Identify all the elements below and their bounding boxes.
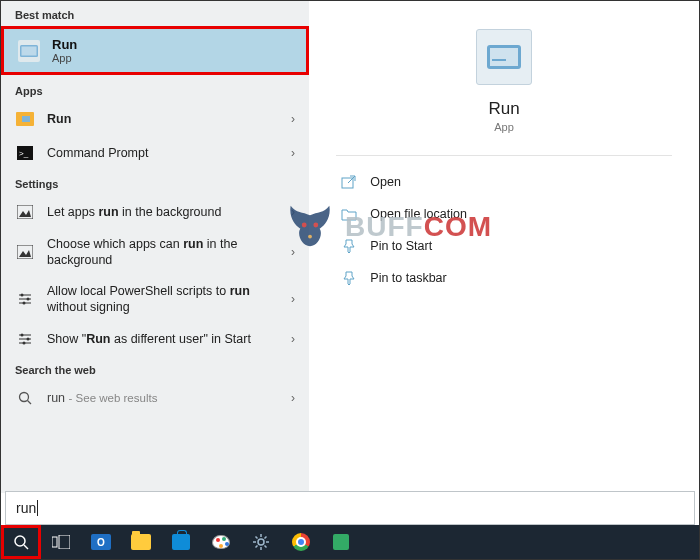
chevron-right-icon: › <box>291 146 295 160</box>
svg-marker-7 <box>19 210 31 217</box>
action-open-file-location[interactable]: Open file location <box>336 198 671 230</box>
action-open[interactable]: Open <box>336 166 671 198</box>
apps-item-run[interactable]: Run › <box>1 102 309 136</box>
svg-point-19 <box>21 334 24 337</box>
taskbar-paint[interactable] <box>201 525 241 559</box>
chevron-right-icon: › <box>291 245 295 259</box>
svg-point-15 <box>23 301 26 304</box>
pin-icon <box>340 237 358 255</box>
svg-point-31 <box>15 536 25 546</box>
taskbar-task-view[interactable] <box>41 525 81 559</box>
svg-rect-25 <box>490 48 518 66</box>
section-header-best-match: Best match <box>1 1 309 26</box>
paint-icon <box>212 535 230 549</box>
taskbar-store[interactable] <box>161 525 201 559</box>
action-label: Open file location <box>370 207 467 221</box>
best-match-item[interactable]: Run App <box>1 26 309 75</box>
settings-item-label: Show "Run as different user" in Start <box>47 331 279 347</box>
apps-item-command-prompt[interactable]: >_ Command Prompt › <box>1 136 309 170</box>
search-icon <box>13 534 29 550</box>
settings-item-run-as-user[interactable]: Show "Run as different user" in Start › <box>1 322 309 356</box>
store-icon <box>172 534 190 550</box>
section-header-web: Search the web <box>1 356 309 381</box>
divider <box>336 155 671 156</box>
taskbar: O <box>1 525 699 559</box>
taskbar-settings[interactable] <box>241 525 281 559</box>
action-list: Open Open file location Pin to Start Pin… <box>336 166 671 294</box>
sliders-icon <box>15 329 35 349</box>
settings-item-label: Choose which apps can run in the backgro… <box>47 236 279 269</box>
web-search-item[interactable]: run - See web results › <box>1 381 309 415</box>
chevron-right-icon: › <box>291 391 295 405</box>
chevron-right-icon: › <box>291 332 295 346</box>
svg-rect-36 <box>333 534 349 550</box>
settings-item-powershell[interactable]: Allow local PowerShell scripts to run wi… <box>1 276 309 323</box>
taskbar-outlook[interactable]: O <box>81 525 121 559</box>
svg-point-20 <box>27 338 30 341</box>
svg-line-23 <box>28 401 32 405</box>
section-header-apps: Apps <box>1 77 309 102</box>
section-header-settings: Settings <box>1 170 309 195</box>
svg-point-14 <box>27 297 30 300</box>
apps-item-label: Run <box>47 111 279 127</box>
outlook-icon: O <box>91 534 111 550</box>
svg-rect-34 <box>59 535 70 549</box>
run-folder-icon <box>15 109 35 129</box>
action-label: Pin to taskbar <box>370 271 446 285</box>
cmd-icon: >_ <box>15 143 35 163</box>
svg-rect-3 <box>22 116 30 122</box>
svg-text:>_: >_ <box>19 149 29 158</box>
results-column: Best match Run App Apps Run › >_ Command… <box>1 1 309 493</box>
action-pin-to-taskbar[interactable]: Pin to taskbar <box>336 262 671 294</box>
svg-rect-33 <box>52 537 57 547</box>
picture-icon <box>15 202 35 222</box>
picture-icon <box>15 242 35 262</box>
settings-item-choose-apps[interactable]: Choose which apps can run in the backgro… <box>1 229 309 276</box>
svg-point-22 <box>20 393 29 402</box>
taskbar-chrome[interactable] <box>281 525 321 559</box>
best-match-subtitle: App <box>52 52 77 64</box>
chevron-right-icon: › <box>291 112 295 126</box>
web-item-label: run - See web results <box>47 390 279 406</box>
svg-point-13 <box>21 293 24 296</box>
preview-column: Run App Open Open file location Pin to S… <box>309 1 699 493</box>
gear-icon <box>252 533 270 551</box>
sliders-icon <box>15 289 35 309</box>
best-match-text: Run App <box>52 37 77 64</box>
taskbar-file-explorer[interactable] <box>121 525 161 559</box>
folder-open-icon <box>340 205 358 223</box>
settings-item-label: Let apps run in the background <box>47 204 279 220</box>
best-match-title: Run <box>52 37 77 52</box>
folder-icon <box>131 534 151 550</box>
taskbar-search-button[interactable] <box>1 525 41 559</box>
apps-item-label: Command Prompt <box>47 145 279 161</box>
pin-icon <box>340 269 358 287</box>
svg-rect-1 <box>22 46 37 55</box>
svg-point-35 <box>258 539 264 545</box>
chevron-right-icon: › <box>291 205 295 219</box>
svg-point-21 <box>23 342 26 345</box>
search-box[interactable]: run <box>5 491 695 525</box>
svg-line-32 <box>24 545 28 549</box>
action-label: Open <box>370 175 401 189</box>
hero-run-icon <box>476 29 532 85</box>
settings-item-label: Allow local PowerShell scripts to run wi… <box>47 283 279 316</box>
task-view-icon <box>52 535 70 549</box>
chevron-right-icon: › <box>291 292 295 306</box>
taskbar-app[interactable] <box>321 525 361 559</box>
hero-title: Run <box>488 99 519 119</box>
svg-marker-9 <box>19 250 31 257</box>
start-search-panel: Best match Run App Apps Run › >_ Command… <box>1 1 699 493</box>
svg-rect-26 <box>492 59 506 61</box>
action-pin-to-start[interactable]: Pin to Start <box>336 230 671 262</box>
chrome-icon <box>292 533 310 551</box>
action-label: Pin to Start <box>370 239 432 253</box>
search-icon <box>15 388 35 408</box>
run-app-icon <box>18 40 40 62</box>
hero-subtitle: App <box>494 121 514 133</box>
open-icon <box>340 173 358 191</box>
generic-app-icon <box>333 534 349 550</box>
settings-item-background-apps[interactable]: Let apps run in the background › <box>1 195 309 229</box>
